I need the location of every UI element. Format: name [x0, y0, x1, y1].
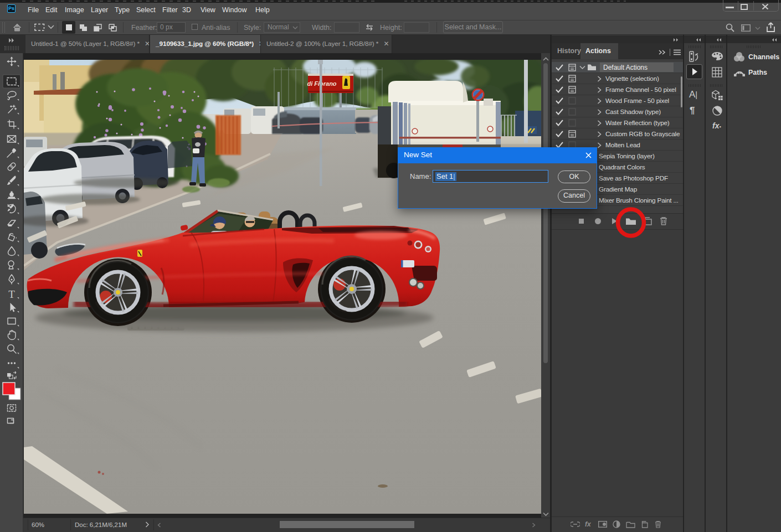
svg-text:T: T	[8, 288, 15, 300]
